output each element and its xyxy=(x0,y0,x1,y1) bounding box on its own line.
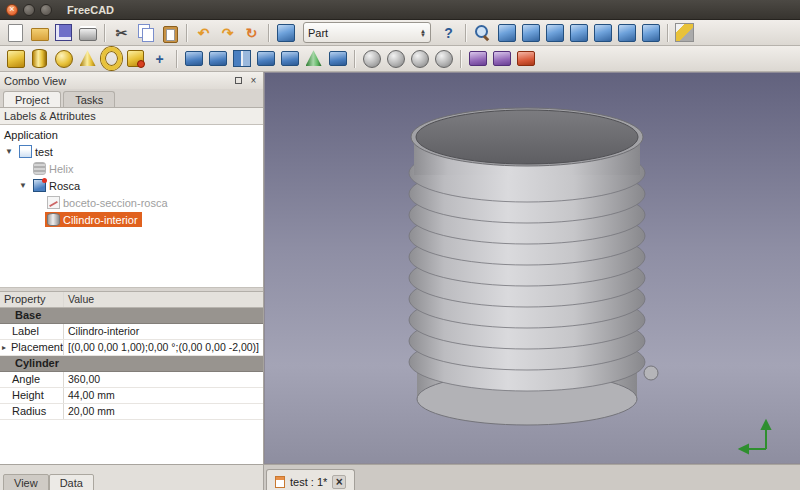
3d-viewport[interactable] xyxy=(264,72,800,464)
shape-builder-icon[interactable]: + xyxy=(149,48,170,69)
tree-item-rosca[interactable]: ▼ Rosca xyxy=(0,177,263,194)
mirror-icon[interactable] xyxy=(231,48,252,69)
expand-placement-icon[interactable]: ▸ xyxy=(2,340,11,355)
toolbar-group-file: ✂↶↷↻ xyxy=(5,22,296,43)
tab-tasks[interactable]: Tasks xyxy=(63,91,115,107)
document-icon xyxy=(19,145,32,158)
document-tab-test[interactable]: test : 1* × xyxy=(266,469,355,490)
main-content: Combo View × Project Tasks Labels & Attr… xyxy=(0,72,800,464)
property-group-base[interactable]: Base xyxy=(0,308,263,324)
threaded-cylinder-model[interactable] xyxy=(409,108,658,425)
boolean-cut-icon[interactable] xyxy=(385,48,406,69)
toolbar-group-part: + xyxy=(5,48,536,69)
window-close-button[interactable]: × xyxy=(6,4,18,16)
redo-icon[interactable]: ↷ xyxy=(217,22,238,43)
toolbar-file-view: ✂↶↷↻ Part ▲▼ ? xyxy=(0,20,800,46)
fit-all-icon[interactable] xyxy=(472,22,493,43)
property-column-header[interactable]: Property xyxy=(0,292,64,307)
toolbar-separator xyxy=(186,24,187,42)
tab-project[interactable]: Project xyxy=(3,91,61,107)
loft-icon[interactable] xyxy=(303,48,324,69)
copy-icon[interactable] xyxy=(135,22,156,43)
combo-view-title: Combo View xyxy=(4,75,66,87)
tree-item-helix[interactable]: Helix xyxy=(0,160,263,177)
toolbar-group-view: ? xyxy=(438,22,695,43)
document-tab-label: test : 1* xyxy=(290,476,327,488)
property-table-header: Property Value xyxy=(0,292,263,308)
3d-viewport-canvas[interactable] xyxy=(265,73,800,463)
fillet-icon[interactable] xyxy=(255,48,276,69)
property-group-cylinder[interactable]: Cylinder xyxy=(0,356,263,372)
property-view-tabs: View Data xyxy=(0,465,264,490)
cut-icon[interactable]: ✂ xyxy=(111,22,132,43)
tree-item-boceto-seccion-rosca[interactable]: boceto-seccion-rosca xyxy=(0,194,263,211)
undo-icon[interactable]: ↶ xyxy=(193,22,214,43)
revolve-icon[interactable] xyxy=(207,48,228,69)
expander-icon[interactable]: ▼ xyxy=(4,147,14,156)
sketch-icon xyxy=(47,196,60,209)
paste-icon[interactable] xyxy=(159,22,180,43)
tab-view[interactable]: View xyxy=(3,474,49,490)
cross-sections-icon[interactable] xyxy=(491,48,512,69)
view-rear-icon[interactable] xyxy=(592,22,613,43)
close-document-icon[interactable]: × xyxy=(332,475,346,489)
save-icon[interactable] xyxy=(53,22,74,43)
tree-item-cilindro-interior[interactable]: Cilindro-interior xyxy=(0,211,263,228)
refresh-icon[interactable]: ↻ xyxy=(241,22,262,43)
body-icon xyxy=(33,179,46,192)
boolean-union-icon[interactable] xyxy=(409,48,430,69)
window-minimize-button[interactable] xyxy=(23,4,35,16)
toolbar-separator xyxy=(268,24,269,42)
close-panel-icon[interactable]: × xyxy=(248,75,259,86)
view-top-icon[interactable] xyxy=(544,22,565,43)
compound-icon[interactable] xyxy=(515,48,536,69)
model-tree: Application ▼ test Helix ▼ xyxy=(0,125,263,288)
combo-arrows-icon: ▲▼ xyxy=(420,29,426,37)
toolbar-separator xyxy=(465,24,466,42)
document-file-icon xyxy=(275,476,285,488)
extrude-icon[interactable] xyxy=(183,48,204,69)
cylinder-icon[interactable] xyxy=(29,48,50,69)
view-left-icon[interactable] xyxy=(640,22,661,43)
section-icon[interactable] xyxy=(467,48,488,69)
property-row-angle: Angle 360,00 xyxy=(0,372,263,388)
window-maximize-button[interactable] xyxy=(40,4,52,16)
tab-data[interactable]: Data xyxy=(49,474,94,490)
boolean-intersection-icon[interactable] xyxy=(433,48,454,69)
property-row-label: Label Cilindro-interior xyxy=(0,324,263,340)
float-panel-icon[interactable] xyxy=(233,75,244,86)
open-icon[interactable] xyxy=(29,22,50,43)
workbench-value: Part xyxy=(308,27,328,39)
tree-item-test[interactable]: ▼ test xyxy=(0,143,263,160)
combo-view-panel: Combo View × Project Tasks Labels & Attr… xyxy=(0,72,264,464)
view-front-icon[interactable] xyxy=(520,22,541,43)
sphere-icon[interactable] xyxy=(53,48,74,69)
toolbar-separator xyxy=(176,50,177,68)
workbench-icon[interactable] xyxy=(275,22,296,43)
whats-this-icon[interactable]: ? xyxy=(438,22,459,43)
cylinder-icon xyxy=(47,213,60,226)
view-right-icon[interactable] xyxy=(568,22,589,43)
boolean-icon[interactable] xyxy=(361,48,382,69)
new-document-icon[interactable] xyxy=(5,22,26,43)
chamfer-icon[interactable] xyxy=(279,48,300,69)
view-bottom-icon[interactable] xyxy=(616,22,637,43)
window-title: FreeCAD xyxy=(67,4,114,16)
cone-icon[interactable] xyxy=(77,48,98,69)
tree-root-application[interactable]: Application xyxy=(0,126,263,143)
bottom-strip: View Data test : 1* × xyxy=(0,464,800,490)
box-icon[interactable] xyxy=(5,48,26,69)
torus-icon[interactable] xyxy=(101,48,122,69)
value-column-header[interactable]: Value xyxy=(64,292,263,307)
create-primitives-icon[interactable] xyxy=(125,48,146,69)
workbench-selector[interactable]: Part ▲▼ xyxy=(303,22,431,43)
view-axonometric-icon[interactable] xyxy=(496,22,517,43)
sweep-icon[interactable] xyxy=(327,48,348,69)
print-icon[interactable] xyxy=(77,22,98,43)
tree-column-header: Labels & Attributes xyxy=(0,108,263,125)
toolbar-separator xyxy=(460,50,461,68)
title-bar: × FreeCAD xyxy=(0,0,800,20)
toolbar-separator xyxy=(104,24,105,42)
measure-distance-icon[interactable] xyxy=(674,22,695,43)
expander-icon[interactable]: ▼ xyxy=(18,181,28,190)
